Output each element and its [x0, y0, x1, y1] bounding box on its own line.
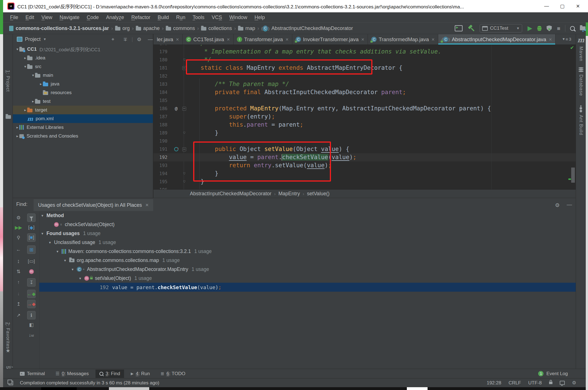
read-access-icon[interactable]: [■] — [27, 233, 36, 242]
export-icon[interactable]: ↗ — [14, 311, 23, 319]
project-tree-item-idea[interactable]: ▸.idea — [13, 54, 153, 62]
locate-file-icon[interactable]: ⌖ — [111, 36, 114, 42]
background-tasks-icon[interactable] — [9, 381, 13, 385]
menu-file[interactable]: File — [6, 15, 22, 20]
highlighting-level-icon[interactable] — [560, 381, 565, 385]
breadcrumb-module[interactable]: commons-collections-3.2.1-sources.jar — [16, 25, 109, 31]
collapse-all-icon[interactable]: ⇅ — [14, 267, 23, 276]
profile-button[interactable] — [547, 25, 552, 31]
preview-usages-icon[interactable]: [◆] — [27, 223, 36, 232]
fold-marker-icon[interactable] — [182, 66, 186, 70]
minimize-button[interactable]: — — [543, 3, 550, 9]
find-tree-row[interactable]: ▾org.apache.commons.collections.map1 usa… — [39, 256, 576, 265]
menu-tools[interactable]: Tools — [189, 15, 208, 20]
search-everywhere-icon[interactable] — [570, 26, 575, 31]
expand-all-icon[interactable]: ↨ — [14, 257, 23, 265]
find-tree-row[interactable]: ▾Maven: commons-collections:commons-coll… — [39, 247, 576, 256]
project-tree-item-cc1[interactable]: ▾CC1D:\2021_code\反序列化\CC1 — [13, 45, 153, 54]
hidden-tabs-dropdown[interactable]: ▾ ≡ 3 — [563, 36, 571, 41]
toolwindow-tab-database[interactable]: Database — [576, 67, 586, 96]
code-line-179[interactable]: 179 * Implementation of a map entry that… — [153, 48, 576, 56]
hide-panel-icon[interactable]: — — [148, 36, 153, 42]
toolwindow-tab-favorites[interactable]: 2: Favorites — [5, 322, 10, 349]
bottom-tab-4run[interactable]: ▶4: Run — [127, 370, 154, 378]
menu-build[interactable]: Build — [154, 15, 172, 20]
project-tree-item-pomxml[interactable]: mpom.xml — [13, 114, 153, 123]
group-by-method-icon[interactable]: m — [27, 267, 36, 276]
gear-icon[interactable]: ⚙ — [137, 36, 141, 43]
find-tree-row[interactable]: ▾Unclassified usage1 usage — [39, 238, 576, 247]
find-tree-row[interactable]: ▾Found usages1 usage — [39, 229, 576, 238]
menu-refactor[interactable]: Refactor — [128, 15, 154, 20]
close-icon[interactable]: ✕ — [227, 37, 230, 42]
project-tree-item-scratchesandconsoles[interactable]: ▸Scratches and Consoles — [13, 132, 153, 140]
editor-tab-transformerjava[interactable]: ITransformer.java✕ — [234, 34, 292, 45]
editor-tab-transformedmapjava[interactable]: CTransformedMap.java✕ — [368, 34, 438, 45]
close-icon[interactable]: ✕ — [285, 37, 289, 42]
menu-navigate[interactable]: Navigate — [56, 15, 83, 20]
readonly-lock-icon[interactable] — [549, 382, 552, 384]
menu-code[interactable]: Code — [83, 15, 102, 20]
bottom-tab-terminal[interactable]: >_Terminal — [16, 370, 49, 378]
find-tree-row[interactable]: ▾msetValue(Object)1 usage — [39, 274, 576, 283]
scroll-to-end-icon[interactable]: ↧ — [27, 278, 36, 287]
fold-end-icon[interactable]: ⌂ — [183, 171, 185, 176]
prev-occurrence-icon[interactable]: ←◆ — [27, 290, 36, 298]
run-button[interactable]: ▶ — [528, 25, 532, 32]
bottom-tab-3find[interactable]: 3: Find — [95, 370, 124, 378]
breadcrumb-item[interactable]: org — [122, 25, 130, 31]
editor-tab-invokertransformerjava[interactable]: CInvokerTransformer.java✕ — [292, 34, 368, 45]
find-settings-gear-icon[interactable]: ⚙ — [555, 202, 560, 208]
code-line-185[interactable]: 185 — [153, 96, 576, 105]
next-occurrence-icon[interactable]: →◆ — [27, 300, 36, 308]
find-hide-icon[interactable]: — — [567, 201, 572, 208]
close-button[interactable]: ✕ — [574, 3, 582, 9]
code-line-184[interactable]: 184 private final AbstractInputCheckedMa… — [153, 88, 576, 96]
navigate-to-source-icon[interactable]: ↥ — [14, 300, 23, 308]
close-icon[interactable]: ✕ — [145, 203, 149, 208]
filter-icon[interactable] — [27, 213, 36, 222]
bottom-tab-6todo[interactable]: ≣6: TODO — [157, 370, 189, 378]
favorites-star-icon[interactable]: ★ — [6, 347, 10, 354]
close-icon[interactable]: ✕ — [361, 37, 365, 42]
menu-vcs[interactable]: VCS — [208, 15, 226, 20]
code-line-183[interactable]: 183 /** The parent map */ — [153, 80, 576, 88]
editor-breadcrumb-item[interactable]: setValue() — [307, 191, 330, 197]
menu-window[interactable]: Window — [226, 15, 251, 20]
settings-icon[interactable]: ⚙ — [14, 213, 23, 222]
run-configuration-select[interactable]: CC1Test ▼ — [480, 24, 522, 32]
breadcrumb-item[interactable]: apache — [143, 25, 160, 31]
project-tree-item-test[interactable]: ▸test — [13, 97, 153, 106]
previous-icon[interactable]: ↑ — [14, 278, 23, 287]
build-icon[interactable] — [468, 25, 474, 32]
project-tree-item-externallibraries[interactable]: ▸External Libraries — [13, 123, 153, 132]
layout-icon[interactable]: ◧ — [27, 321, 36, 329]
stop-button[interactable]: ■ — [557, 25, 560, 32]
menu-edit[interactable]: Edit — [22, 15, 38, 20]
close-icon[interactable]: ✕ — [176, 37, 179, 42]
project-stripe-icon[interactable] — [6, 115, 11, 120]
project-tree-item-java[interactable]: ▸java — [13, 80, 153, 88]
menu-view[interactable]: View — [38, 15, 56, 20]
breadcrumb-item[interactable]: map — [245, 25, 255, 31]
bottom-tab-0messages[interactable]: ☰0: Messages — [52, 370, 93, 378]
fold-end-icon[interactable]: ⌂ — [183, 131, 185, 135]
next-icon[interactable]: ↓ — [14, 290, 23, 298]
inspection-ok-icon[interactable]: ✔ — [570, 45, 574, 51]
menu-analyze[interactable]: Analyze — [102, 15, 128, 20]
editor-breadcrumb-item[interactable]: AbstractInputCheckedMapDecorator — [190, 191, 271, 197]
project-panel-header[interactable]: Project ▼ ⌖ ∓ | ⚙ — — [13, 34, 153, 44]
breadcrumb-class[interactable]: AbstractInputCheckedMapDecorator — [271, 25, 353, 31]
collapse-all-icon[interactable]: ∓ — [123, 36, 127, 43]
pin-icon[interactable]: ⚲ — [14, 233, 23, 242]
maximize-button[interactable]: ▢ — [558, 3, 566, 9]
project-structure-icon[interactable] — [580, 26, 585, 30]
toolwindow-tab-maven[interactable]: m Maven — [576, 36, 586, 61]
close-icon[interactable]: ✕ — [549, 37, 552, 42]
code-line-178[interactable]: 178 /** — [153, 45, 576, 48]
run-anything-icon[interactable] — [455, 25, 463, 31]
editor-breadcrumb-item[interactable]: MapEntry — [278, 191, 300, 197]
project-tree-item-src[interactable]: ▾src — [13, 62, 153, 71]
rerun-icon[interactable]: ▶▶ — [14, 223, 23, 232]
override-gutter-icon[interactable] — [174, 147, 178, 151]
